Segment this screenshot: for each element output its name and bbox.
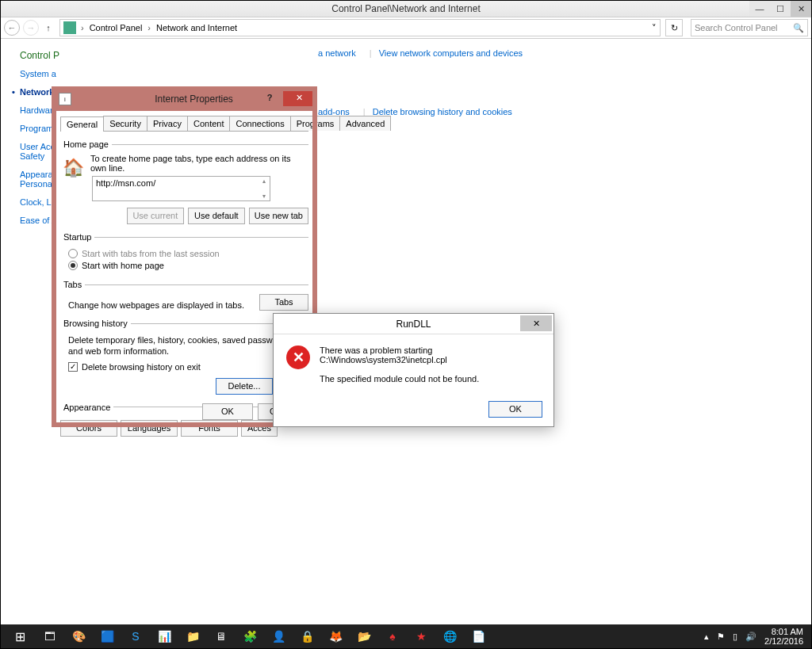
crumb-sub[interactable]: Network and Internet (153, 23, 240, 32)
languages-button[interactable]: Languages (121, 420, 178, 437)
address-bar: ← → ↑ › Control Panel › Network and Inte… (1, 17, 811, 39)
minimize-button[interactable]: — (749, 1, 770, 17)
radio-icon (68, 261, 78, 270)
startup-group: Startup Start with tabs from the last se… (60, 232, 308, 272)
error-line2: The specified module could not be found. (320, 374, 541, 384)
crumb-root[interactable]: Control Panel (86, 23, 146, 32)
tabs-button[interactable]: Tabs (259, 294, 308, 311)
taskbar-app-icon[interactable]: 🌐 (435, 624, 464, 648)
tray-chevron-icon[interactable]: ▴ (704, 632, 709, 642)
homepage-group: Home page 🏠 To create home page tabs, ty… (60, 139, 308, 224)
homepage-desc: To create home page tabs, type each addr… (60, 154, 308, 173)
tabs-legend: Tabs (60, 280, 85, 289)
error-close-button[interactable]: ✕ (520, 315, 552, 331)
use-newtab-button[interactable]: Use new tab (249, 208, 308, 224)
system-tray[interactable]: ▴ ⚑ ▯ 🔊 8:01 AM 2/12/2016 (704, 627, 808, 646)
ok-button[interactable]: OK (202, 403, 253, 420)
tab-privacy[interactable]: Privacy (147, 116, 188, 131)
control-panel-icon (63, 21, 76, 34)
taskbar-app-icon[interactable]: 📊 (150, 624, 178, 648)
tab-advanced[interactable]: Advanced (339, 116, 391, 131)
error-title: RunDLL (396, 319, 431, 330)
nav-system[interactable]: System a (20, 69, 115, 78)
taskbar-app-icon[interactable]: 🖥 (207, 624, 236, 648)
breadcrumb[interactable]: › Control Panel › Network and Internet ˅ (59, 19, 661, 36)
taskbar-app-icon[interactable]: 🔒 (293, 624, 321, 648)
chevron-right-icon: › (147, 23, 151, 32)
taskbar-app-icon[interactable]: 🗔 (36, 624, 64, 648)
error-icon: ✕ (286, 345, 310, 369)
tab-content[interactable]: Content (187, 116, 231, 131)
taskbar-app-icon[interactable]: 🧩 (236, 624, 264, 648)
taskbar-app-icon[interactable]: ♠ (378, 624, 407, 648)
taskbar-explorer-icon[interactable]: 📁 (178, 624, 207, 648)
tray-network-icon[interactable]: ▯ (733, 632, 737, 642)
tabs-desc: Change how webpages are displayed in tab… (68, 300, 244, 310)
rundll-error-dialog: RunDLL ✕ ✕ There was a problem starting … (273, 313, 554, 427)
radio-icon (68, 249, 78, 258)
taskbar-app-icon[interactable]: 👤 (264, 624, 293, 648)
back-button[interactable]: ← (4, 20, 20, 36)
link-delete-history[interactable]: Delete browsing history and cookies (373, 107, 512, 116)
startup-legend: Startup (60, 232, 94, 242)
use-current-button[interactable]: Use current (127, 208, 184, 224)
taskbar-app-icon[interactable]: ★ (407, 624, 435, 648)
taskbar-app-icon[interactable]: 📂 (350, 624, 378, 648)
category-links: a network | View network computers and d… (318, 48, 529, 166)
window-titlebar: Control Panel\Network and Internet — ☐ ✕ (1, 1, 811, 17)
tab-general[interactable]: General (60, 116, 104, 132)
chevron-right-icon: › (81, 23, 84, 32)
tray-volume-icon[interactable]: 🔊 (745, 632, 756, 642)
tab-connections[interactable]: Connections (229, 116, 290, 131)
search-icon: 🔍 (793, 23, 804, 33)
help-button[interactable]: ? (258, 89, 282, 106)
link-network-a[interactable]: a network (318, 48, 356, 58)
forward-button[interactable]: → (23, 20, 39, 36)
clock[interactable]: 8:01 AM 2/12/2016 (764, 627, 803, 646)
internet-options-icon: i (59, 93, 71, 105)
nav-header[interactable]: Control P (20, 50, 115, 61)
up-button[interactable]: ↑ (42, 23, 55, 32)
window-title: Control Panel\Network and Internet (331, 3, 480, 14)
radio-home-page[interactable]: Start with home page (68, 261, 308, 270)
error-line1: There was a problem starting C:\Windows\… (320, 345, 541, 365)
use-default-button[interactable]: Use default (188, 208, 245, 224)
start-button[interactable]: ⊞ (4, 624, 36, 648)
homepage-url-input[interactable]: http://msn.com/ ▴▾ (92, 176, 270, 201)
taskbar-skype-icon[interactable]: S (121, 624, 150, 648)
taskbar[interactable]: ⊞ 🗔 🎨 🟦 S 📊 📁 🖥 🧩 👤 🔒 🦊 📂 ♠ ★ 🌐 📄 ▴ ⚑ ▯ … (1, 624, 811, 648)
history-group: Browsing history Delete temporary files,… (60, 319, 308, 395)
refresh-button[interactable]: ↻ (665, 19, 683, 36)
taskbar-app-icon[interactable]: 🎨 (64, 624, 93, 648)
close-button[interactable]: ✕ (791, 1, 811, 17)
dialog-titlebar[interactable]: i Internet Properties ? ✕ (52, 87, 316, 111)
link-view-computers[interactable]: View network computers and devices (379, 48, 523, 58)
tabs-group: Tabs Change how webpages are displayed i… (60, 280, 308, 311)
colors-button[interactable]: Colors (60, 420, 117, 437)
dialog-close-button[interactable]: ✕ (283, 89, 315, 106)
taskbar-app-icon[interactable]: 📄 (464, 624, 492, 648)
tray-flag-icon[interactable]: ⚑ (717, 632, 725, 642)
homepage-legend: Home page (60, 139, 112, 149)
maximize-button[interactable]: ☐ (770, 1, 791, 17)
delete-button[interactable]: Delete... (216, 378, 273, 395)
checkbox-icon: ✓ (68, 362, 78, 372)
tab-security[interactable]: Security (103, 116, 147, 131)
home-icon: 🏠 (60, 155, 86, 181)
error-titlebar[interactable]: RunDLL ✕ (274, 314, 553, 334)
fonts-button[interactable]: Fonts (181, 420, 238, 437)
tab-strip: General Security Privacy Content Connect… (60, 116, 308, 132)
chevron-down-icon[interactable]: ˅ (652, 23, 657, 33)
radio-last-session[interactable]: Start with tabs from the last session (68, 249, 308, 258)
content-area: Control P System a Network Hardware Prog… (1, 39, 811, 624)
scroll-buttons[interactable]: ▴▾ (259, 178, 269, 200)
search-input[interactable]: Search Control Panel 🔍 (691, 19, 808, 36)
taskbar-firefox-icon[interactable]: 🦊 (321, 624, 350, 648)
error-ok-button[interactable]: OK (488, 401, 542, 418)
taskbar-app-icon[interactable]: 🟦 (93, 624, 121, 648)
tab-programs[interactable]: Programs (290, 116, 341, 131)
search-placeholder: Search Control Panel (695, 23, 778, 32)
history-legend: Browsing history (60, 319, 131, 328)
